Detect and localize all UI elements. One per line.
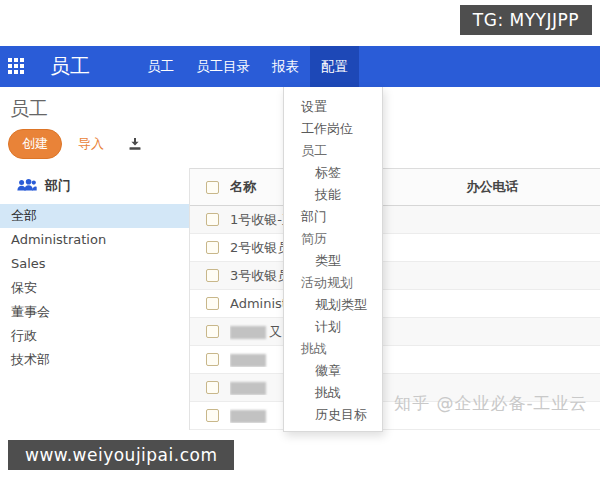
row-checkbox[interactable] [206, 297, 219, 310]
censored-name-block [230, 410, 266, 423]
sidebar-item[interactable]: 行政 [0, 324, 189, 348]
config-menu-item[interactable]: 类型 [284, 250, 382, 272]
download-icon[interactable] [128, 137, 142, 151]
row-checkbox-cell [190, 409, 230, 422]
censored-name-block [230, 382, 266, 395]
nav-menu-item[interactable]: 报表 [261, 46, 310, 87]
config-menu-item[interactable]: 工作岗位 [284, 118, 382, 140]
column-header-phone[interactable]: 办公电话 [385, 178, 600, 196]
sidebar-item[interactable]: 全部 [0, 204, 189, 228]
config-menu-item[interactable]: 规划类型 [284, 294, 382, 316]
departments-sidebar: 部门 全部AdministrationSales保安董事会行政技术部 [0, 168, 190, 430]
row-checkbox[interactable] [206, 241, 219, 254]
row-checkbox-cell [190, 241, 230, 254]
sidebar-header-label: 部门 [45, 177, 71, 195]
table-row[interactable]: 2号收银员 [190, 234, 600, 262]
config-dropdown-menu: 设置工作岗位员工标签技能部门简历类型活动规划规划类型计划挑战徽章挑战历史目标 [283, 87, 383, 432]
row-checkbox[interactable] [206, 213, 219, 226]
row-checkbox-cell [190, 269, 230, 282]
row-checkbox[interactable] [206, 353, 219, 366]
create-button[interactable]: 创建 [8, 129, 62, 159]
nav-menu-item[interactable]: 配置 [310, 46, 359, 87]
table-row[interactable] [190, 346, 600, 374]
sidebar-item[interactable]: 技术部 [0, 348, 189, 372]
row-checkbox-cell [190, 353, 230, 366]
nav-menu-item[interactable]: 员工 [136, 46, 185, 87]
config-menu-section: 挑战 [284, 338, 382, 360]
table-row[interactable]: 又 [190, 318, 600, 346]
action-bar: 创建 导入 [8, 129, 142, 159]
row-checkbox[interactable] [206, 409, 219, 422]
row-checkbox[interactable] [206, 325, 219, 338]
config-menu-item[interactable]: 挑战 [284, 382, 382, 404]
site-watermark-badge: www.weiyoujipai.com [8, 440, 234, 470]
tg-watermark-badge: TG: MYYJJPP [460, 5, 592, 35]
page-title: 员工 [10, 96, 48, 122]
config-menu-item[interactable]: 设置 [284, 96, 382, 118]
table-row[interactable]: Administrator [190, 290, 600, 318]
table-row[interactable]: 1号收银-王 [190, 206, 600, 234]
row-checkbox-cell [190, 213, 230, 226]
config-menu-item[interactable]: 徽章 [284, 360, 382, 382]
employee-table: 名称 办公电话 1号收银-王2号收银员3号收银员Administrator又 [190, 168, 600, 430]
row-checkbox-cell [190, 325, 230, 338]
config-menu-item[interactable]: 技能 [284, 184, 382, 206]
config-menu-item[interactable]: 历史目标 [284, 404, 382, 426]
sidebar-item[interactable]: 董事会 [0, 300, 189, 324]
sidebar-item[interactable]: 保安 [0, 276, 189, 300]
zhihu-watermark: 知乎 @企业必备-工业云 [394, 392, 588, 415]
config-menu-item[interactable]: 部门 [284, 206, 382, 228]
config-menu-section: 员工 [284, 140, 382, 162]
config-menu-section: 简历 [284, 228, 382, 250]
select-all-checkbox[interactable] [206, 181, 219, 194]
top-navbar: 员工 员工员工目录报表配置 [0, 46, 600, 87]
row-checkbox[interactable] [206, 269, 219, 282]
app-title: 员工 [50, 53, 90, 80]
row-checkbox-cell [190, 297, 230, 310]
table-row[interactable]: 3号收银员 [190, 262, 600, 290]
sidebar-item[interactable]: Administration [0, 228, 189, 252]
import-button[interactable]: 导入 [78, 135, 104, 153]
config-menu-item[interactable]: 标签 [284, 162, 382, 184]
censored-name-block [230, 326, 266, 339]
app-window: TG: MYYJJPP 员工 员工员工目录报表配置 员工 创建 导入 [0, 0, 600, 480]
row-checkbox-cell [190, 381, 230, 394]
apps-grid-icon[interactable] [8, 58, 25, 75]
sidebar-list: 全部AdministrationSales保安董事会行政技术部 [0, 204, 189, 372]
config-menu-section: 活动规划 [284, 272, 382, 294]
navbar-menus: 员工员工目录报表配置 [136, 46, 359, 87]
table-header: 名称 办公电话 [190, 168, 600, 206]
users-icon [17, 178, 37, 195]
sidebar-header: 部门 [0, 168, 189, 204]
config-menu-item[interactable]: 计划 [284, 316, 382, 338]
row-checkbox[interactable] [206, 381, 219, 394]
sidebar-item[interactable]: Sales [0, 252, 189, 276]
censored-name-block [230, 354, 266, 367]
nav-menu-item[interactable]: 员工目录 [185, 46, 261, 87]
